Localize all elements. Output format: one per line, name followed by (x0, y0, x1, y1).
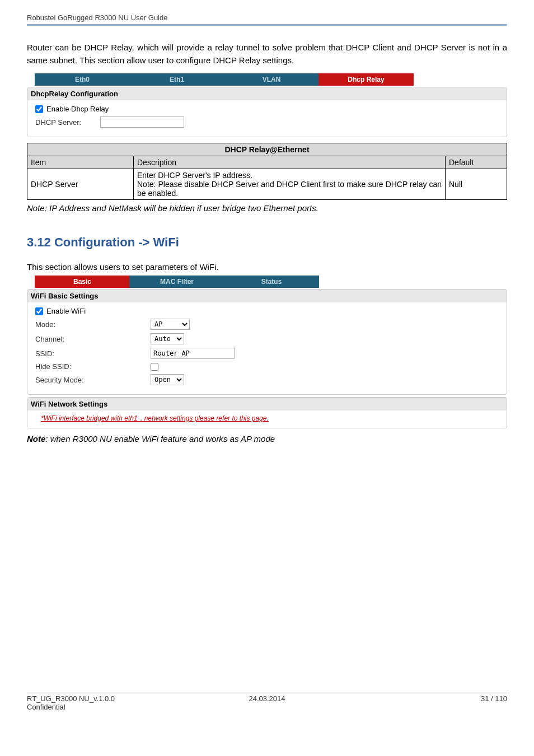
header-divider (27, 24, 507, 26)
hide-ssid-label: Hide SSID: (35, 362, 147, 371)
col-default: Default (446, 156, 507, 169)
dhcp-relay-desc-table: DHCP Relay@Ethernet Item Description Def… (27, 143, 507, 200)
section-heading: 3.12 Configuration -> WiFi (27, 235, 507, 250)
table-title: DHCP Relay@Ethernet (27, 143, 507, 156)
enable-dhcp-relay-label: Enable Dhcp Relay (46, 105, 109, 113)
dhcp-relay-panel-head: DhcpRelay Configuration (27, 87, 507, 100)
tab-mac-filter[interactable]: MAC Filter (129, 276, 224, 288)
ssid-input[interactable] (151, 348, 235, 359)
tab-vlan[interactable]: VLAN (224, 73, 319, 86)
channel-label: Channel: (35, 335, 147, 343)
dhcp-server-label: DHCP Server: (35, 118, 97, 127)
row-default: Null (446, 169, 507, 200)
note-prefix: Note (27, 434, 45, 444)
doc-header: Robustel GoRugged R3000 NU User Guide (27, 13, 507, 24)
note-bridge: Note: IP Address and NetMask will be hid… (27, 202, 507, 215)
footer-left-line2: Confidential (27, 703, 65, 711)
footer-left-line1: RT_UG_R3000 NU_v.1.0.0 (27, 694, 115, 703)
enable-dhcp-relay-checkbox[interactable] (35, 105, 43, 113)
tab-dhcp-relay[interactable]: Dhcp Relay (318, 73, 414, 86)
intro-paragraph: Router can be DHCP Relay, which will pro… (27, 41, 507, 67)
footer-page: 31 / 110 (481, 694, 507, 711)
col-item: Item (27, 156, 134, 169)
note-rest: : when R3000 NU enable WiFi feature and … (45, 434, 275, 444)
mode-select[interactable]: AP (151, 319, 190, 330)
wifi-intro: This section allows users to set paramet… (27, 261, 507, 274)
wifi-network-head: WiFi Network Settings (27, 398, 507, 410)
footer-date: 24.03.2014 (249, 694, 285, 703)
page-footer: RT_UG_R3000 NU_v.1.0.0 Confidential 24.0… (27, 693, 507, 711)
security-label: Security Mode: (35, 376, 147, 384)
enable-wifi-checkbox[interactable] (35, 307, 43, 315)
ssid-label: SSID: (35, 349, 147, 358)
dhcp-server-input[interactable] (100, 116, 184, 128)
enable-wifi-label: Enable WiFi (46, 307, 86, 315)
wifi-basic-panel: WiFi Basic Settings Enable WiFi Mode: AP… (27, 289, 507, 395)
mode-label: Mode: (35, 320, 147, 329)
row-desc: Enter DHCP Server's IP address.Note: Ple… (134, 169, 446, 200)
col-desc: Description (134, 156, 446, 169)
wifi-basic-head: WiFi Basic Settings (27, 290, 507, 302)
wifi-network-panel: WiFi Network Settings *WiFi interface br… (27, 397, 507, 428)
note-ap-mode: Note: when R3000 NU enable WiFi feature … (27, 433, 507, 446)
tab-eth0[interactable]: Eth0 (35, 73, 130, 86)
wifi-bridge-link[interactable]: *WiFi interface bridged with eth1，networ… (41, 414, 269, 422)
security-select[interactable]: Open (151, 374, 184, 385)
dhcp-relay-tabs: Eth0 Eth1 VLAN Dhcp Relay (35, 73, 507, 86)
dhcp-relay-panel: DhcpRelay Configuration Enable Dhcp Rela… (27, 87, 507, 137)
channel-select[interactable]: Auto (151, 333, 184, 344)
wifi-tabs: Basic MAC Filter Status (35, 276, 507, 288)
hide-ssid-checkbox[interactable] (151, 363, 158, 371)
row-item: DHCP Server (27, 169, 134, 200)
tab-status[interactable]: Status (224, 276, 319, 288)
tab-basic[interactable]: Basic (35, 276, 130, 288)
tab-eth1[interactable]: Eth1 (129, 73, 224, 86)
